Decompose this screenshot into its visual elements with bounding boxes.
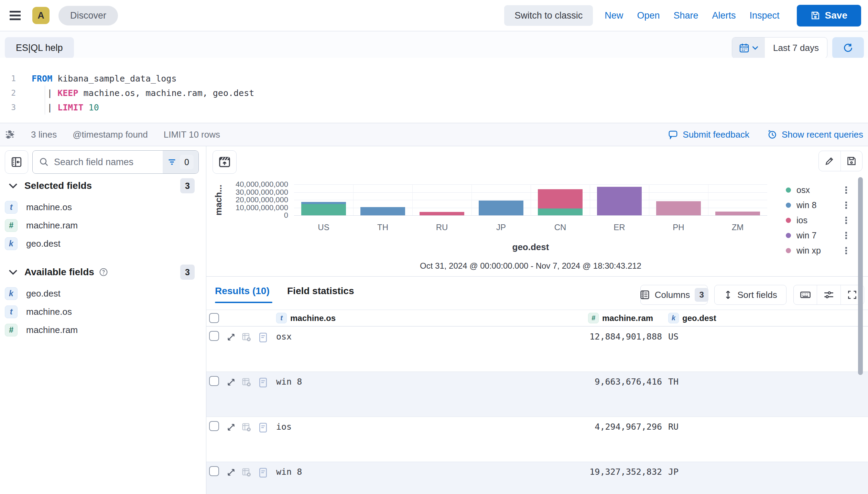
legend-item-win-xp[interactable]: win xp: [786, 243, 860, 258]
field-item-geo.dest[interactable]: kgeo.dest: [0, 284, 206, 303]
legend-item-win-8[interactable]: win 8: [786, 197, 860, 213]
available-fields-count: 3: [180, 265, 195, 280]
legend-actions-button[interactable]: [845, 186, 847, 194]
bar-TH-win 8[interactable]: [360, 207, 405, 215]
editor-line-2[interactable]: 2 | KEEP machine.os, machine.ram, geo.de…: [0, 86, 868, 100]
expand-row-icon[interactable]: [226, 377, 236, 387]
available-fields-accordion[interactable]: Available fields 3: [0, 262, 206, 282]
row-checkbox[interactable]: [209, 421, 219, 431]
expand-row-icon[interactable]: [226, 468, 236, 477]
legend-item-ios[interactable]: ios: [786, 213, 860, 228]
view-doc-icon[interactable]: [259, 332, 268, 343]
degraded-doc-icon[interactable]: [242, 332, 251, 342]
collapse-sidebar-button[interactable]: [5, 150, 28, 174]
keyword-field-icon: k: [668, 313, 679, 323]
bar-ER-win 7[interactable]: [597, 187, 642, 215]
legend-actions-button[interactable]: [845, 217, 847, 224]
view-doc-icon[interactable]: [259, 377, 268, 388]
field-filter-button[interactable]: 0: [163, 151, 198, 173]
expand-row-icon[interactable]: [226, 422, 236, 432]
bar-JP-win 8[interactable]: [479, 201, 523, 215]
help-question-icon[interactable]: [99, 268, 108, 277]
row-checkbox[interactable]: [209, 331, 219, 341]
editor-code: | KEEP machine.os, machine.ram, geo.dest: [32, 88, 254, 98]
bar-US-win 8[interactable]: [301, 202, 346, 204]
tab-results[interactable]: Results (10): [215, 286, 270, 297]
field-item-machine.ram[interactable]: #machine.ram: [0, 321, 206, 339]
legend-color-dot: [786, 203, 791, 208]
bar-PH-win xp[interactable]: [656, 201, 701, 215]
save-button[interactable]: Save: [797, 5, 861, 26]
dot: [845, 217, 847, 218]
legend-actions-button[interactable]: [845, 232, 847, 239]
degraded-doc-icon[interactable]: [242, 468, 251, 477]
row-checkbox[interactable]: [209, 466, 219, 476]
vertical-scrollbar[interactable]: [858, 177, 863, 375]
refresh-query-button[interactable]: [832, 37, 864, 58]
submit-feedback-link[interactable]: Submit feedback: [668, 129, 749, 140]
display-options-button[interactable]: [817, 285, 840, 304]
degraded-doc-icon[interactable]: [242, 377, 251, 387]
line-number: 1: [0, 74, 16, 83]
selected-fields-accordion[interactable]: Selected fields 3: [0, 176, 206, 195]
topbar-link-open[interactable]: Open: [630, 10, 666, 21]
column-header-machine-os[interactable]: t machine.os: [276, 313, 336, 323]
keyboard-shortcuts-button[interactable]: [794, 285, 817, 304]
switch-to-classic-button[interactable]: Switch to classic: [504, 5, 593, 26]
topbar-link-new[interactable]: New: [598, 10, 630, 21]
dot: [845, 222, 847, 224]
topbar-link-inspect[interactable]: Inspect: [743, 10, 786, 21]
editor-code: FROM kibana_sample_data_logs: [32, 74, 176, 84]
column-header-machine-ram[interactable]: # machine.ram: [588, 313, 653, 323]
field-item-machine.os[interactable]: tmachine.os: [0, 303, 206, 321]
dot: [845, 235, 847, 236]
esql-query-editor[interactable]: 1FROM kibana_sample_data_logs2 | KEEP ma…: [0, 58, 868, 123]
dot: [845, 204, 847, 206]
hamburger-menu-button[interactable]: [7, 7, 23, 24]
legend-actions-button[interactable]: [845, 247, 847, 254]
editor-settings-icon[interactable]: [5, 129, 15, 140]
field-search-input[interactable]: Search field names 0: [32, 150, 199, 174]
time-picker[interactable]: Last 7 days: [732, 37, 827, 58]
x-category-label: US: [303, 223, 344, 232]
search-placeholder: Search field names: [54, 157, 163, 168]
field-item-machine.os[interactable]: tmachine.os: [0, 198, 206, 216]
row-checkbox[interactable]: [209, 376, 219, 386]
legend-actions-button[interactable]: [845, 202, 847, 209]
filter-count-badge: 0: [180, 155, 194, 169]
legend-item-win-7[interactable]: win 7: [786, 228, 860, 243]
topbar-link-share[interactable]: Share: [666, 10, 705, 21]
esql-help-button[interactable]: ES|QL help: [5, 37, 74, 58]
topbar-link-alerts[interactable]: Alerts: [705, 10, 743, 21]
expand-row-icon[interactable]: [226, 332, 236, 342]
editor-line-1[interactable]: 1FROM kibana_sample_data_logs: [0, 71, 868, 86]
tab-field-statistics[interactable]: Field statistics: [287, 286, 354, 297]
legend-item-osx[interactable]: osx: [786, 182, 860, 197]
bar-ZM-win xp[interactable]: [715, 212, 760, 215]
column-header-geo-dest[interactable]: k geo.dest: [668, 313, 716, 323]
editor-line-3[interactable]: 3 | LIMIT 10: [0, 100, 868, 115]
bar-RU-ios[interactable]: [420, 212, 464, 215]
indent-guide: [45, 86, 45, 115]
field-type-icon-k: k: [5, 287, 18, 300]
bar-CN-osx[interactable]: [538, 208, 583, 215]
bar-US-osx[interactable]: [301, 204, 346, 215]
field-item-geo.dest[interactable]: kgeo.dest: [0, 235, 206, 253]
time-picker-quick-menu[interactable]: [732, 37, 765, 58]
breadcrumb-discover[interactable]: Discover: [58, 6, 118, 25]
available-fields-title: Available fields: [24, 267, 94, 278]
field-item-machine.ram[interactable]: #machine.ram: [0, 216, 206, 235]
view-doc-icon[interactable]: [259, 468, 268, 478]
bar-CN-ios[interactable]: [538, 189, 583, 208]
sort-fields-button[interactable]: Sort fields: [714, 285, 786, 305]
cell-geo-dest: RU: [668, 422, 679, 432]
cell-machine-os: win 8: [276, 377, 302, 387]
degraded-doc-icon[interactable]: [242, 422, 251, 432]
show-recent-queries-link[interactable]: Show recent queries: [767, 129, 863, 140]
space-avatar[interactable]: A: [32, 7, 50, 24]
columns-button[interactable]: Columns 3: [640, 285, 708, 305]
select-all-checkbox[interactable]: [209, 313, 219, 323]
time-range-value[interactable]: Last 7 days: [765, 37, 827, 58]
view-doc-icon[interactable]: [259, 422, 268, 433]
dot: [845, 189, 847, 191]
